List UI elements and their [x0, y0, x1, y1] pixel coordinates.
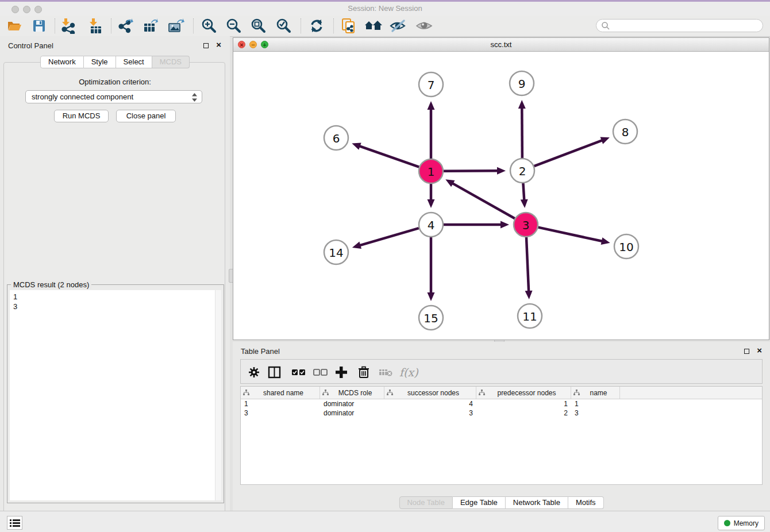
graph-node-label: 2 — [519, 164, 526, 178]
table-row[interactable]: 3dominator323 — [241, 408, 762, 418]
graph-edge-2-8[interactable] — [534, 140, 603, 167]
column-header-predecessor-nodes[interactable]: predecessor nodes — [476, 387, 571, 399]
table-panel-title: Table Panel — [241, 347, 280, 356]
delete-columns-icon[interactable] — [357, 366, 370, 379]
table-cell[interactable]: dominator — [320, 408, 384, 418]
column-header-name[interactable]: name — [571, 387, 620, 399]
graph-edge-1-2[interactable] — [444, 171, 499, 171]
function-builder-icon: f(x) — [399, 366, 418, 379]
window-title: Session: New Session — [0, 2, 770, 16]
graph-node-label: 10 — [619, 240, 633, 254]
column-header-shared-name[interactable]: shared name — [241, 387, 320, 399]
memory-button[interactable]: Memory — [718, 516, 765, 530]
clear-all-checks-icon[interactable] — [313, 366, 328, 379]
table-toolbar: f(x) — [240, 359, 763, 384]
hide-selected-icon[interactable] — [389, 18, 407, 34]
column-header-successor-nodes[interactable]: successor nodes — [384, 387, 476, 399]
toggle-columns-icon[interactable] — [268, 366, 282, 379]
float-table-panel-icon[interactable] — [744, 349, 749, 354]
toolbar-separator — [55, 18, 55, 33]
frame-minimize-button[interactable]: − — [249, 41, 257, 48]
graph-edge-3-11[interactable] — [526, 237, 529, 292]
tab-style[interactable]: Style — [84, 56, 116, 68]
frame-maximize-button[interactable]: + — [261, 41, 268, 48]
frame-close-button[interactable]: × — [238, 41, 245, 48]
close-table-panel-icon[interactable]: × — [757, 345, 762, 356]
tab-network-table[interactable]: Network Table — [506, 496, 568, 509]
zoom-out-icon[interactable] — [226, 18, 242, 34]
show-all-icon[interactable] — [415, 18, 433, 34]
mcds-result-box[interactable]: 1 3 — [10, 290, 221, 500]
zoom-in-icon[interactable] — [201, 18, 217, 34]
graph-node-label: 7 — [428, 78, 435, 92]
column-header-MCDS-role[interactable]: MCDS role — [320, 387, 384, 399]
select-all-checks-icon[interactable] — [291, 366, 306, 379]
table-cell[interactable]: 1 — [241, 399, 320, 408]
close-window-button[interactable] — [11, 6, 19, 13]
edge-arrowhead — [601, 237, 610, 245]
graph-edge-3-10[interactable] — [538, 228, 603, 242]
node-table[interactable]: shared nameMCDS rolesuccessor nodesprede… — [240, 386, 763, 485]
table-settings-icon[interactable] — [248, 366, 260, 379]
status-bar: Memory — [0, 511, 770, 532]
graph-node-label: 4 — [428, 218, 435, 232]
table-cell[interactable]: 3 — [384, 408, 476, 418]
table-cell[interactable]: 4 — [384, 399, 476, 408]
graph-node-label: 3 — [522, 218, 530, 232]
graph-node-label: 9 — [518, 77, 526, 91]
graph-edge-2-9[interactable] — [522, 107, 522, 158]
close-panel-button[interactable]: Close panel — [116, 110, 176, 122]
mcds-result-legend: MCDS result (2 nodes) — [11, 280, 91, 289]
tab-select[interactable]: Select — [116, 56, 152, 68]
zoom-selected-icon[interactable] — [276, 18, 292, 34]
import-network-icon[interactable] — [60, 18, 76, 34]
toolbar-separator — [333, 18, 334, 33]
task-history-button[interactable] — [7, 516, 22, 530]
edge-arrowhead — [428, 199, 435, 208]
graph-edge-4-14[interactable] — [359, 228, 419, 245]
refresh-icon[interactable] — [309, 18, 325, 34]
clone-network-icon[interactable] — [341, 18, 357, 34]
table-cell[interactable]: 1 — [476, 399, 571, 408]
mcds-result-text: 1 3 — [10, 290, 221, 313]
create-column-icon[interactable] — [334, 366, 348, 379]
graph-edge-1-6[interactable] — [359, 146, 419, 167]
run-mcds-button[interactable]: Run MCDS — [54, 110, 109, 122]
table-cell[interactable]: 3 — [571, 408, 620, 418]
memory-label: Memory — [734, 519, 759, 527]
table-cell[interactable]: 2 — [476, 408, 571, 418]
tab-network[interactable]: Network — [40, 56, 84, 68]
tab-node-table[interactable]: Node Table — [399, 496, 453, 509]
maximize-window-button[interactable] — [34, 6, 42, 13]
graph-edge-3-1[interactable] — [452, 183, 515, 218]
import-table-icon[interactable] — [87, 18, 103, 34]
save-session-icon[interactable] — [31, 18, 47, 34]
open-session-icon[interactable] — [6, 18, 22, 34]
tab-mcds[interactable]: MCDS — [152, 56, 190, 68]
table-row[interactable]: 1dominator411 — [241, 399, 762, 408]
graph-edge-2-3[interactable] — [523, 183, 524, 201]
criterion-dropdown[interactable]: strongly connected component — [25, 90, 202, 103]
export-table-icon[interactable] — [142, 18, 158, 34]
zoom-fit-icon[interactable] — [251, 18, 267, 34]
first-neighbors-icon[interactable] — [364, 18, 383, 34]
edge-arrowhead — [428, 292, 435, 301]
float-panel-icon[interactable] — [203, 43, 209, 48]
network-frame-titlebar[interactable]: × − + scc.txt — [233, 38, 769, 52]
close-panel-icon[interactable]: × — [216, 40, 221, 50]
edge-arrowhead — [428, 101, 435, 110]
export-image-icon[interactable] — [167, 18, 183, 34]
search-input[interactable] — [610, 21, 758, 30]
minimize-window-button[interactable] — [23, 6, 30, 13]
table-cell[interactable]: dominator — [320, 399, 384, 408]
search-field[interactable] — [596, 19, 763, 32]
table-cell[interactable]: 3 — [241, 408, 320, 418]
criterion-value: strongly connected component — [32, 92, 133, 101]
tab-edge-table[interactable]: Edge Table — [453, 496, 506, 509]
table-cell[interactable]: 1 — [571, 399, 620, 408]
network-canvas[interactable]: 7968124314101511 — [233, 51, 769, 340]
tab-motifs[interactable]: Motifs — [568, 496, 604, 509]
result-scrollbar[interactable] — [215, 290, 221, 500]
network-view-frame: × − + scc.txt 7968124314101511 — [233, 37, 769, 340]
export-network-icon[interactable] — [117, 18, 133, 34]
